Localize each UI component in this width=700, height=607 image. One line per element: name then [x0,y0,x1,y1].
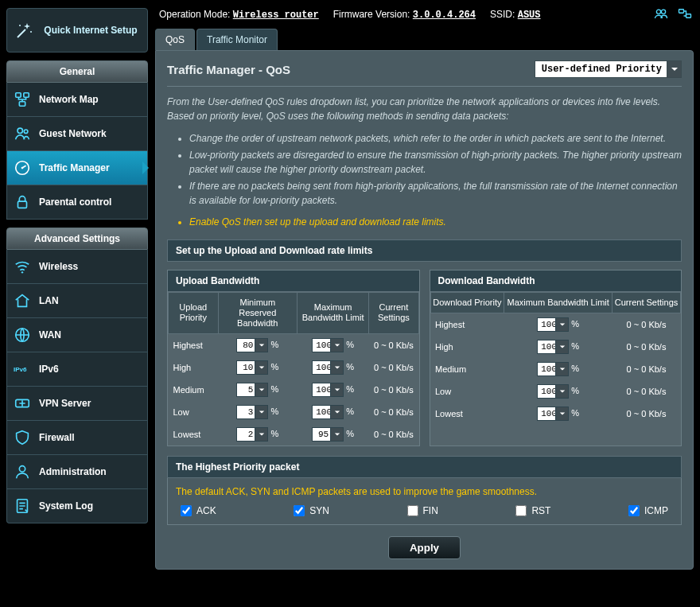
percent-value: 100 [538,342,555,352]
quick-internet-setup[interactable]: Quick Internet Setup [6,8,148,53]
priority-mode-value: User-defined Priority [535,64,667,75]
pkt-note: The default ACK, SYN and ICMP packets ar… [176,486,673,497]
percent-sign: % [270,407,278,416]
fw-label: Firmware Version: [333,9,410,20]
percent-select[interactable]: 100 [537,362,569,376]
sidebar-item-system-log[interactable]: System Log [6,489,148,523]
fw-value[interactable]: 3.0.0.4.264 [413,10,476,21]
percent-select[interactable]: 100 [312,383,344,397]
svg-rect-8 [19,102,25,107]
sidebar-item-lan[interactable]: LAN [6,284,148,318]
desc-item: If there are no packets being sent from … [189,179,682,208]
priority-label: Medium [430,358,504,380]
percent-select[interactable]: 100 [537,340,569,354]
sidebar-item-traffic-manager[interactable]: Traffic Manager [6,151,148,185]
priority-label: Highest [430,313,504,336]
svg-point-14 [21,271,23,273]
svg-point-10 [24,130,28,134]
enable-qos-note: Enable QoS then set up the upload and do… [189,215,682,230]
sidebar-item-label: Traffic Manager [39,162,110,173]
home-icon [14,292,31,309]
pkt-checkbox-ack[interactable]: ACK [181,505,216,516]
priority-mode-select[interactable]: User-defined Priority [535,60,682,78]
pkt-checkbox-rst[interactable]: RST [515,505,550,516]
svg-point-9 [18,128,22,133]
sidebar-item-label: Firewall [39,432,75,443]
svg-point-18 [19,466,25,472]
percent-select[interactable]: 10 [236,360,268,375]
panel-qos: Traffic Manager - QoS User-defined Prior… [155,50,694,570]
sidebar-item-parental-control[interactable]: Parental control [6,185,148,220]
sidebar-item-administration[interactable]: Administration [6,455,148,489]
svg-point-12 [21,167,24,169]
chevron-down-icon [330,428,343,441]
percent-select[interactable]: 100 [537,317,569,332]
tab-qos[interactable]: QoS [155,29,195,50]
percent-select[interactable]: 2 [236,427,268,442]
checkbox[interactable] [515,505,527,516]
checkbox[interactable] [181,505,192,516]
percent-sign: % [346,384,354,394]
chevron-down-icon [555,340,568,353]
sidebar-item-vpn-server[interactable]: VPN Server [6,387,148,421]
table-row: High10 %100 %0 ~ 0 Kb/s [169,356,419,379]
sidebar-item-wireless[interactable]: Wireless [6,250,148,284]
percent-value: 100 [538,320,555,329]
percent-select[interactable]: 100 [312,338,344,352]
sidebar-item-label: IPv6 [39,364,59,375]
percent-select[interactable]: 100 [312,405,344,419]
percent-select[interactable]: 3 [236,405,268,419]
svg-rect-6 [16,93,21,98]
percent-value: 95 [313,430,330,439]
percent-value: 5 [237,385,255,395]
quick-setup-label: Quick Internet Setup [42,25,139,36]
percent-select[interactable]: 100 [537,384,569,399]
ssid-value[interactable]: ASUS [518,10,541,21]
tab-bar: QoS Traffic Monitor [155,29,694,50]
percent-select[interactable]: 80 [236,338,268,352]
sidebar-item-guest-network[interactable]: Guest Network [6,117,148,151]
chevron-down-icon [555,385,568,398]
pkt-checkbox-fin[interactable]: FIN [407,505,438,516]
sidebar-item-ipv6[interactable]: IPv6 IPv6 [6,352,148,387]
sidebar-item-wan[interactable]: WAN [6,318,148,352]
col-current: Current Settings [612,292,681,313]
sidebar-item-network-map[interactable]: Network Map [6,83,148,117]
checkbox[interactable] [407,505,418,516]
traffic-manager-icon [14,159,31,177]
op-mode-value[interactable]: Wireless router [233,10,319,21]
percent-value: 3 [237,407,255,417]
svg-text:IPv6: IPv6 [14,366,27,373]
tab-traffic-monitor[interactable]: Traffic Monitor [196,29,278,50]
rate-limits-title: Set up the Upload and Download rate limi… [167,239,682,262]
percent-select[interactable]: 5 [236,383,268,397]
checkbox[interactable] [628,505,640,516]
priority-label: Medium [169,379,219,401]
percent-value: 100 [313,385,330,395]
current-settings: 0 ~ 0 Kb/s [612,403,681,425]
globe-icon [14,326,31,344]
guest-network-icon [14,125,31,142]
svg-rect-7 [24,93,29,98]
main: QoS Traffic Monitor Traffic Manager - Qo… [155,29,694,601]
checkbox[interactable] [294,505,305,516]
checkbox-label: FIN [423,505,438,516]
priority-label: Lowest [169,423,219,446]
percent-select[interactable]: 100 [537,407,569,421]
svg-rect-2 [679,9,684,13]
pkt-checkbox-syn[interactable]: SYN [294,505,329,516]
priority-label: Highest [169,334,219,357]
apply-button[interactable]: Apply [388,536,461,559]
advanced-header: Advanced Settings [6,228,148,250]
user-icon [14,463,31,481]
sidebar-item-firewall[interactable]: Firewall [6,421,148,455]
network-icon[interactable] [678,8,692,21]
checkbox-label: SYN [309,505,329,516]
priority-label: Low [430,380,504,403]
percent-select[interactable]: 100 [312,360,344,375]
upload-bandwidth-card: Upload Bandwidth Upload Priority Minimum… [167,270,420,447]
users-icon[interactable] [654,8,668,21]
sidebar-item-label: LAN [39,295,59,306]
percent-select[interactable]: 95 [312,427,344,442]
pkt-checkbox-icmp[interactable]: ICMP [628,505,668,516]
